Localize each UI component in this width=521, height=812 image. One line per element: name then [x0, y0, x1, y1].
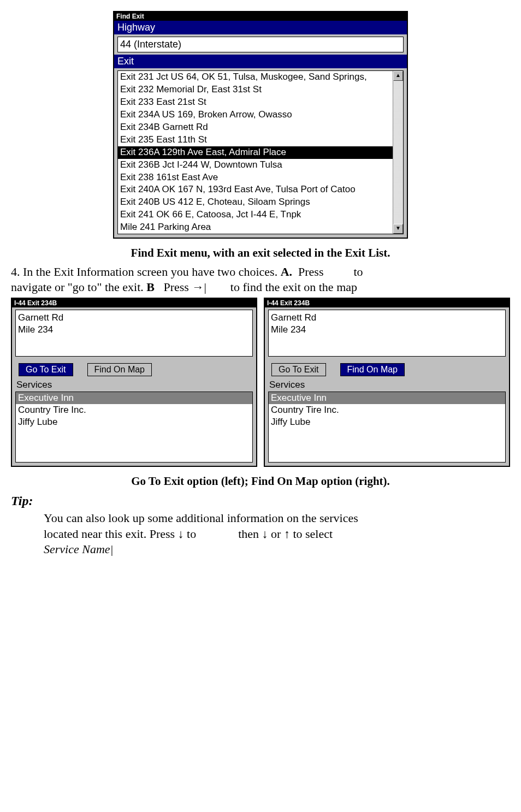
- services-label-right: Services: [265, 378, 509, 390]
- scroll-down-icon[interactable]: ▼: [393, 224, 403, 234]
- tip-heading: Tip:: [11, 494, 510, 508]
- list-item[interactable]: Exit 241 OK 66 E, Catoosa, Jct I-44 E, T…: [118, 209, 403, 221]
- info-line1: Garnett Rd: [18, 312, 250, 324]
- highway-header: Highway: [114, 21, 407, 34]
- go-to-exit-button[interactable]: Go To Exit: [19, 363, 73, 376]
- list-item[interactable]: Exit 232 Memorial Dr, East 31st St: [118, 84, 403, 96]
- figure-caption-1: Find Exit menu, with an exit selected in…: [11, 246, 510, 260]
- service-item[interactable]: Jiffy Lube: [16, 416, 252, 428]
- info-line2-r: Mile 234: [271, 324, 503, 336]
- scrollbar[interactable]: ▲ ▼: [393, 71, 403, 234]
- services-label-left: Services: [12, 378, 256, 390]
- tip-line1: You can also look up some additional inf…: [44, 511, 358, 525]
- list-item[interactable]: Exit 236A 129th Ave East, Admiral Place: [118, 146, 403, 159]
- tip-line3: Service Name|: [44, 542, 114, 556]
- list-item[interactable]: Exit 240B US 412 E, Choteau, Siloam Spri…: [118, 196, 403, 209]
- find-exit-window: Find Exit Highway 44 (Interstate) Exit E…: [113, 11, 408, 239]
- list-item[interactable]: Exit 238 161st East Ave: [118, 171, 403, 184]
- info-line1-r: Garnett Rd: [271, 312, 503, 324]
- step4-part1: 4. In the Exit Information screen you ha…: [11, 265, 281, 278]
- service-item[interactable]: Executive Inn: [16, 392, 252, 404]
- tip-line2: located near this exit. Press ↓ to then …: [44, 527, 333, 541]
- exit-list[interactable]: Exit 231 Jct US 64, OK 51, Tulsa, Muskog…: [117, 70, 404, 234]
- list-item[interactable]: Exit 240A OK 167 N, 193rd East Ave, Tuls…: [118, 183, 403, 196]
- tip-body: You can also look up some additional inf…: [44, 511, 510, 558]
- panel-title-right: I-44 Exit 234B: [265, 299, 509, 307]
- list-item[interactable]: Exit 233 East 21st St: [118, 96, 403, 109]
- window-title: Find Exit: [114, 12, 407, 21]
- step4-part2b: Press →| to find the exit on the map: [157, 280, 357, 294]
- service-item[interactable]: Jiffy Lube: [269, 416, 505, 428]
- service-item[interactable]: Country Tire Inc.: [269, 404, 505, 416]
- exit-info-right: I-44 Exit 234B Garnett Rd Mile 234 Go To…: [264, 298, 510, 467]
- service-item[interactable]: Executive Inn: [269, 392, 505, 404]
- find-on-map-button[interactable]: Find On Map: [87, 363, 152, 376]
- step4-a-label: A.: [281, 265, 292, 278]
- exit-info-panels: I-44 Exit 234B Garnett Rd Mile 234 Go To…: [11, 298, 510, 467]
- list-item[interactable]: Exit 234B Garnett Rd: [118, 121, 403, 134]
- service-item[interactable]: Country Tire Inc.: [16, 404, 252, 416]
- list-item[interactable]: Exit 235 East 11th St: [118, 134, 403, 146]
- figure-caption-2: Go To Exit option (left); Find On Map op…: [11, 475, 510, 488]
- list-item[interactable]: Mile 241 Parking Area: [118, 221, 403, 234]
- exit-header: Exit: [114, 55, 407, 68]
- exit-info-left: I-44 Exit 234B Garnett Rd Mile 234 Go To…: [11, 298, 257, 467]
- list-item[interactable]: Exit 236B Jct I-244 W, Downtown Tulsa: [118, 159, 403, 171]
- info-line2: Mile 234: [18, 324, 250, 336]
- scroll-up-icon[interactable]: ▲: [393, 71, 403, 81]
- list-item[interactable]: Exit 231 Jct US 64, OK 51, Tulsa, Muskog…: [118, 71, 403, 84]
- step4-part2a: navigate or "go to" the exit.: [11, 280, 146, 294]
- exit-info-area-right: Garnett Rd Mile 234: [268, 310, 506, 357]
- step4-a-tail: Press to: [295, 265, 363, 278]
- highway-field[interactable]: 44 (Interstate): [117, 37, 404, 52]
- step-4-text: 4. In the Exit Information screen you ha…: [11, 264, 510, 294]
- find-on-map-button-r[interactable]: Find On Map: [340, 363, 405, 376]
- services-list-right[interactable]: Executive InnCountry Tire Inc.Jiffy Lube: [268, 392, 506, 463]
- go-to-exit-button-r[interactable]: Go To Exit: [271, 363, 326, 376]
- services-list-left[interactable]: Executive InnCountry Tire Inc.Jiffy Lube: [15, 392, 253, 463]
- list-item[interactable]: Exit 234A US 169, Broken Arrow, Owasso: [118, 109, 403, 121]
- exit-info-area-left: Garnett Rd Mile 234: [15, 310, 253, 357]
- panel-title-left: I-44 Exit 234B: [12, 299, 256, 307]
- step4-b-label: B: [146, 280, 155, 294]
